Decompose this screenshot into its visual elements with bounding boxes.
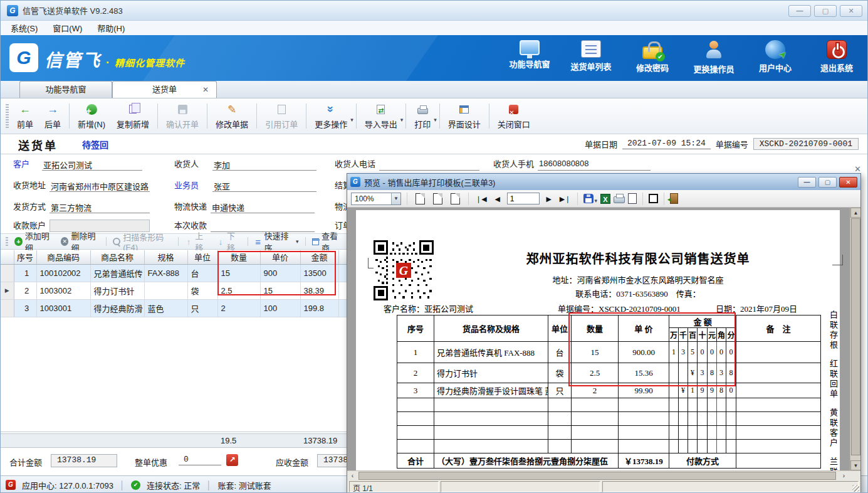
change-password-button[interactable]: 修改密码 bbox=[627, 40, 678, 75]
address-input[interactable]: 河南省郑州市中原区建设路 bbox=[50, 180, 150, 192]
margins-icon[interactable] bbox=[649, 194, 658, 203]
summary-amount: 13738.19 bbox=[303, 436, 337, 445]
user-center-button[interactable]: 用户中心 bbox=[750, 40, 801, 75]
prev-doc-button[interactable]: 前单 bbox=[11, 100, 39, 132]
col-unit[interactable]: 单位 bbox=[187, 250, 217, 264]
field-receiver-mobile: 收货人手机 18608080808 bbox=[493, 157, 651, 171]
magnifier-icon bbox=[113, 237, 120, 246]
minimize-button[interactable] bbox=[798, 177, 816, 188]
minimize-button[interactable] bbox=[788, 5, 811, 17]
dropdown-arrow-icon[interactable]: ▾ bbox=[350, 109, 353, 123]
next-page-button[interactable]: ▶ bbox=[543, 193, 555, 205]
check-circle-icon bbox=[131, 480, 140, 490]
dropdown-arrow-icon[interactable]: ▾ bbox=[434, 109, 437, 123]
arrow-left-icon bbox=[19, 102, 31, 116]
last-page-button[interactable]: ▶❘ bbox=[558, 193, 572, 205]
close-button[interactable] bbox=[840, 5, 862, 17]
customer-input[interactable]: 亚拓公司测试 bbox=[42, 159, 142, 171]
row-selector[interactable] bbox=[1, 299, 14, 317]
scrollbar-thumb[interactable] bbox=[851, 218, 860, 455]
lock-icon bbox=[642, 46, 662, 59]
single-page-button[interactable] bbox=[416, 193, 425, 204]
menu-help[interactable]: 帮助(H) bbox=[97, 22, 125, 34]
sort-icon bbox=[254, 237, 262, 246]
scrollbar-thumb[interactable] bbox=[358, 472, 836, 480]
page-number-input[interactable] bbox=[507, 193, 540, 204]
restore-button[interactable] bbox=[818, 177, 837, 188]
confirm-order-button[interactable]: 确认开单 bbox=[160, 100, 204, 132]
total-amount-label: 合计金额 bbox=[9, 456, 42, 468]
grid-row-3[interactable]: 3 1003001 得力经典防滑 蓝色 只 2 100 199.8 bbox=[1, 299, 347, 317]
arrow-down-icon bbox=[217, 237, 224, 246]
scroll-left-icon[interactable]: ‹ bbox=[347, 471, 358, 480]
prev-page-button[interactable]: ◀ bbox=[491, 193, 504, 205]
ref-order-button[interactable]: 引用订单 bbox=[259, 100, 303, 132]
first-page-button[interactable]: ❘◀ bbox=[474, 193, 488, 205]
row-selector-arrow[interactable]: ▶ bbox=[1, 282, 14, 299]
logistics-input[interactable]: 申通快递 bbox=[211, 201, 315, 213]
page-setup-icon[interactable] bbox=[628, 193, 637, 204]
preview-title-bar[interactable]: 预览 - 销售出库单打印模板(三联单3) bbox=[347, 174, 860, 190]
receiver-mobile-input[interactable]: 18608080808 bbox=[538, 159, 651, 171]
ui-design-button[interactable]: 界面设计 bbox=[442, 100, 486, 132]
brand-slogan: 精细化管理软件 bbox=[115, 56, 185, 69]
close-window-button[interactable]: 关闭窗口 bbox=[492, 100, 536, 132]
printer-icon[interactable] bbox=[614, 196, 625, 203]
scroll-down-icon[interactable]: ▼ bbox=[850, 460, 860, 470]
tabbar-close-icon[interactable]: ✕ bbox=[854, 164, 861, 174]
add-button[interactable]: 新增(N) bbox=[72, 100, 111, 132]
horizontal-scrollbar[interactable]: ‹ › bbox=[347, 470, 860, 480]
zoom-select[interactable]: 100% ▼ bbox=[351, 193, 401, 205]
ship-method-input[interactable]: 第三方物流 bbox=[50, 201, 150, 213]
salesman-input[interactable]: 张亚 bbox=[212, 180, 316, 192]
app-logo-icon bbox=[350, 177, 360, 187]
field-salesman: 业务员 张亚 bbox=[174, 179, 316, 192]
excel-export-icon[interactable] bbox=[600, 194, 610, 204]
dropdown-arrow-icon[interactable]: ▾ bbox=[400, 109, 404, 123]
receiver-input[interactable]: 李加 bbox=[212, 159, 316, 171]
delete-icon bbox=[61, 237, 68, 246]
dropdown-arrow-icon[interactable]: ▾ bbox=[594, 194, 597, 204]
copy-add-button[interactable]: 复制新增 bbox=[111, 100, 155, 132]
more-actions-button[interactable]: 更多操作 bbox=[309, 100, 353, 132]
tab-delivery[interactable]: 送货单 ✕ bbox=[112, 81, 217, 98]
save-icon[interactable] bbox=[583, 194, 593, 203]
toolbar-grip bbox=[6, 104, 9, 128]
scan-barcode-button[interactable]: 扫描条形码(F4) bbox=[109, 231, 175, 252]
row-selector[interactable] bbox=[1, 264, 14, 282]
tab-nav-window[interactable]: 功能导航窗 bbox=[19, 81, 112, 98]
exit-system-button[interactable]: 退出系统 bbox=[811, 40, 862, 75]
globe-icon bbox=[765, 40, 785, 59]
discount-calc-icon[interactable] bbox=[226, 454, 238, 466]
menu-window[interactable]: 窗口(W) bbox=[53, 22, 82, 34]
next-doc-button[interactable]: 后单 bbox=[39, 100, 66, 132]
delivery-list-button[interactable]: 送货单列表 bbox=[565, 40, 617, 75]
maximize-button[interactable] bbox=[814, 5, 837, 17]
row-selector-header[interactable] bbox=[1, 250, 14, 264]
col-spec[interactable]: 规格 bbox=[144, 250, 187, 264]
page-width-button[interactable] bbox=[451, 193, 460, 204]
print-button[interactable]: 打印 bbox=[409, 100, 436, 132]
receiver-phone-input[interactable] bbox=[379, 159, 479, 171]
col-name[interactable]: 商品名称 bbox=[90, 250, 144, 264]
discount-input[interactable]: 0 bbox=[179, 455, 221, 465]
tab-close-icon[interactable]: ✕ bbox=[202, 85, 209, 94]
multi-page-button[interactable] bbox=[433, 193, 442, 204]
vertical-scrollbar[interactable]: ▲ ▼ bbox=[850, 208, 860, 470]
field-receiver-phone: 收货人电话 bbox=[335, 157, 479, 171]
nav-window-button[interactable]: 功能导航窗 bbox=[504, 40, 555, 75]
switch-operator-button[interactable]: 更换操作员 bbox=[688, 40, 740, 75]
col-seq[interactable]: 序号 bbox=[14, 250, 36, 264]
scroll-up-icon[interactable]: ▲ bbox=[850, 208, 860, 218]
copy-icon bbox=[129, 105, 137, 114]
table-view-icon bbox=[312, 238, 320, 245]
exit-door-icon[interactable] bbox=[670, 193, 678, 204]
menu-system[interactable]: 系统(S) bbox=[11, 22, 38, 34]
scroll-right-icon[interactable]: › bbox=[839, 471, 849, 480]
modify-doc-button[interactable]: 修改单据 bbox=[210, 100, 254, 132]
import-export-button[interactable]: 导入导出 bbox=[359, 100, 403, 132]
col-code[interactable]: 商品编码 bbox=[36, 250, 90, 264]
doc-date-value[interactable]: 2021-07-09 15:24 bbox=[622, 139, 711, 149]
close-button[interactable] bbox=[839, 177, 857, 188]
resize-grip[interactable] bbox=[852, 485, 859, 492]
